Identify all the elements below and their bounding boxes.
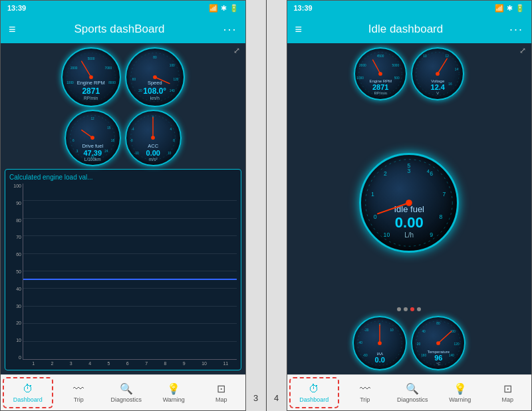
svg-text:24: 24 — [104, 150, 108, 153]
trip-icon-left: 〰 — [73, 383, 84, 395]
dot-3 — [410, 307, 414, 311]
bottom-nav-right: ⏱ Dashboard 〰 Trip 🔍 Diagnostics 💡 Warni… — [287, 374, 532, 410]
big-gauge-container: 5 6 7 8 9 10 0 1 2 3 4 — [291, 103, 528, 303]
page-number-4: 4 — [267, 390, 287, 406]
menu-icon-right[interactable]: ≡ — [295, 23, 303, 37]
wifi-icon: 📶 — [209, 4, 218, 13]
svg-text:12: 12 — [90, 117, 94, 120]
idle-fuel-gauge: 5 6 7 8 9 10 0 1 2 3 4 — [359, 153, 459, 253]
svg-text:120: 120 — [454, 342, 460, 346]
svg-text:1000: 1000 — [357, 76, 364, 80]
nav-dashboard-right[interactable]: ⏱ Dashboard — [289, 377, 340, 408]
menu-icon-left[interactable]: ≡ — [9, 23, 16, 37]
svg-text:2000: 2000 — [70, 67, 78, 70]
dot-4 — [417, 307, 421, 311]
svg-text:3: 3 — [76, 150, 78, 153]
svg-text:14: 14 — [455, 68, 459, 71]
svg-text:-20: -20 — [364, 329, 369, 332]
dot-indicators — [291, 305, 528, 313]
bluetooth-icon-right: ✱ — [507, 4, 513, 13]
dot-1 — [397, 307, 401, 311]
idle-dashboard-screen: 13:39 📶 ✱ 🔋 ≡ Idle dashboard ··· ⤢ — [287, 0, 533, 411]
svg-line-50 — [438, 59, 447, 74]
expand-icon-left[interactable]: ⤢ — [233, 46, 240, 55]
nav-warning-right[interactable]: 💡 Warning — [436, 375, 484, 410]
svg-text:27: 27 — [90, 156, 94, 159]
svg-text:12: 12 — [446, 55, 450, 58]
svg-point-7 — [89, 75, 93, 79]
nav-map-left[interactable]: ⊡ Map — [198, 375, 245, 410]
svg-text:-8: -8 — [130, 139, 133, 142]
svg-point-16 — [153, 75, 157, 79]
bottom-nav-left: ⏱ Dashboard 〰 Trip 🔍 Diagnostics 💡 Warni… — [1, 374, 245, 410]
svg-line-43 — [373, 60, 380, 74]
status-time-left: 13:39 — [7, 4, 26, 12]
svg-text:7000: 7000 — [104, 67, 112, 70]
nav-diagnostics-left[interactable]: 🔍 Diagnostics — [102, 375, 150, 410]
wifi-icon-right: 📶 — [495, 4, 504, 13]
diagnostics-icon-right: 🔍 — [406, 382, 419, 395]
svg-text:6: 6 — [72, 139, 74, 142]
svg-text:8000: 8000 — [108, 81, 116, 84]
svg-point-44 — [378, 72, 382, 76]
chart-area: 0 10 20 30 40 50 60 70 80 90 100 — [9, 184, 237, 360]
more-icon-left[interactable]: ··· — [223, 23, 237, 37]
svg-point-36 — [151, 136, 155, 140]
svg-text:20: 20 — [417, 342, 421, 346]
diagnostics-icon-left: 🔍 — [120, 382, 133, 395]
svg-text:10: 10 — [390, 329, 394, 332]
nav-diagnostics-right[interactable]: 🔍 Diagnostics — [389, 375, 437, 410]
svg-text:120: 120 — [173, 78, 178, 81]
acc-gauge: 0 4 8 10 -4 -8 -10 ACC 0.00 m/s — [125, 110, 182, 166]
svg-text:0: 0 — [374, 213, 377, 220]
svg-text:9: 9 — [430, 231, 433, 238]
svg-text:4: 4 — [427, 168, 430, 174]
svg-text:20: 20 — [138, 89, 142, 92]
svg-point-26 — [90, 136, 94, 140]
gauge-row-right-1: 4500 5000 2000 1000 500 Engine RPM 2871 … — [291, 47, 528, 100]
status-bar-right: 13:39 📶 ✱ 🔋 — [287, 1, 532, 15]
svg-text:3: 3 — [408, 168, 411, 174]
svg-text:-10: -10 — [134, 152, 139, 155]
svg-line-15 — [155, 77, 170, 84]
more-icon-right[interactable]: ··· — [509, 23, 523, 37]
speed-gauge-left: 80 100 120 140 20 60 Speed 108.0° km/h — [125, 47, 185, 107]
nav-map-label-left: Map — [215, 396, 227, 403]
status-icons-left: 📶 ✱ 🔋 — [209, 4, 239, 13]
page-number-3: 3 — [246, 390, 266, 406]
svg-line-6 — [81, 61, 90, 77]
svg-text:10: 10 — [168, 152, 172, 155]
svg-text:160: 160 — [421, 354, 426, 357]
dashboard-icon-right: ⏱ — [309, 383, 319, 395]
nav-trip-right[interactable]: 〰 Trip — [341, 375, 389, 410]
dashboard-icon-left: ⏱ — [23, 383, 33, 395]
expand-icon-right[interactable]: ⤢ — [519, 46, 526, 55]
svg-text:80: 80 — [153, 56, 157, 59]
svg-text:7: 7 — [443, 191, 446, 198]
nav-map-right[interactable]: ⊡ Map — [484, 375, 532, 410]
svg-text:4500: 4500 — [377, 55, 384, 58]
svg-text:-4: -4 — [131, 128, 134, 131]
nav-map-label-right: Map — [501, 396, 513, 403]
svg-point-51 — [436, 72, 440, 76]
app-header-left: ≡ Sports dashBoard ··· — [1, 15, 245, 43]
app-header-right: ≡ Idle dashboard ··· — [287, 15, 532, 43]
svg-text:4: 4 — [170, 128, 172, 131]
nav-trip-left[interactable]: 〰 Trip — [55, 375, 103, 410]
chart-x-labels: 1 2 3 4 5 6 7 8 9 10 11 — [9, 361, 237, 366]
main-content-left: ⤢ 5000 7000 2000 1000 — [1, 43, 245, 374]
battery-icon: 🔋 — [229, 4, 239, 13]
nav-trip-label-right: Trip — [360, 396, 370, 403]
svg-text:140: 140 — [170, 89, 175, 92]
svg-text:6: 6 — [430, 170, 433, 177]
svg-line-82 — [438, 331, 452, 343]
iaa-gauge: 0 -20 -40 -60 10 IAA 0.0 — [352, 316, 407, 370]
svg-text:1000: 1000 — [66, 81, 74, 84]
nav-dashboard-left[interactable]: ⏱ Dashboard — [3, 377, 53, 408]
nav-warning-left[interactable]: 💡 Warning — [150, 375, 198, 410]
nav-diagnostics-label-left: Diagnostics — [110, 396, 142, 403]
svg-text:60: 60 — [132, 78, 136, 81]
status-bar-left: 13:39 📶 ✱ 🔋 — [1, 1, 245, 15]
app-title-right: Idle dashboard — [368, 23, 443, 36]
nav-dashboard-label-right: Dashboard — [299, 396, 329, 403]
